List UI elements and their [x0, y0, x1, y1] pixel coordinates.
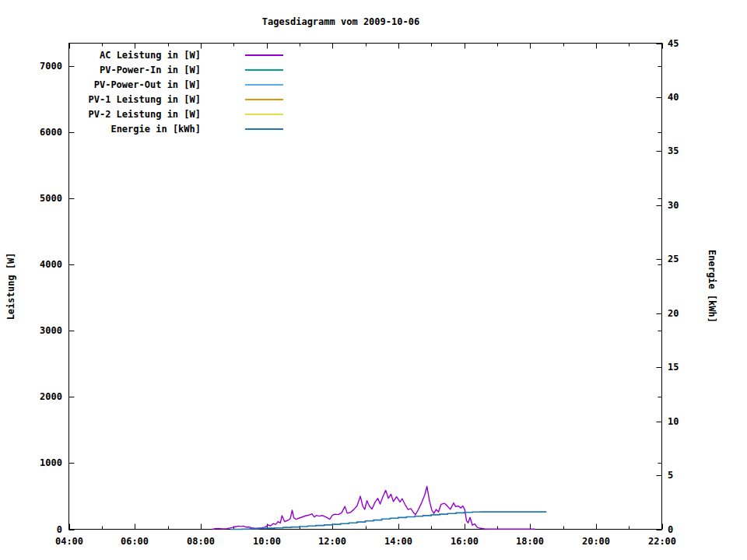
legend-label: PV-Power-Out in [W]	[0, 79, 201, 90]
axis-tick-label: 08:00	[183, 536, 219, 547]
axis-tick-label: 10:00	[249, 536, 285, 547]
legend-label: AC Leistung in [W]	[0, 50, 201, 61]
axis-tick-label: 4000	[26, 259, 62, 270]
legend-label: PV-2 Leistung in [W]	[0, 109, 201, 120]
axis-tick-label: 15	[668, 362, 703, 373]
axis-tick-label: 0	[668, 524, 703, 535]
right-axis-label: Energie [kWh]	[707, 228, 717, 345]
axis-tick-label: 2000	[26, 391, 62, 402]
left-axis-label: Leistung [W]	[5, 228, 16, 345]
axis-tick-label: 04:00	[51, 536, 87, 547]
chart-canvas: Tagesdiagramm vom 2009-10-06 Leistung [W…	[0, 0, 747, 560]
legend-label: PV-1 Leistung in [W]	[0, 94, 201, 105]
axis-tick-label: 22:00	[644, 536, 680, 547]
axis-tick-label: 10	[668, 416, 703, 427]
legend-line-sample	[245, 69, 283, 71]
axis-tick-label: 35	[668, 145, 703, 156]
axis-tick-label: 45	[668, 38, 703, 49]
legend-line-sample	[245, 99, 283, 100]
chart-title: Tagesdiagramm vom 2009-10-06	[68, 16, 613, 27]
axis-tick-label: 14:00	[381, 536, 416, 547]
axis-tick-label: 12:00	[314, 536, 350, 547]
axis-tick-label: 06:00	[117, 536, 153, 547]
axis-tick-label: 1000	[26, 457, 62, 468]
axis-tick-label: 5000	[26, 193, 62, 204]
axis-tick-label: 0	[26, 524, 62, 535]
axis-tick-label: 3000	[26, 325, 62, 336]
legend-line-sample	[245, 128, 283, 130]
axis-tick-label: 20	[668, 308, 703, 319]
axis-tick-label: 20:00	[578, 536, 614, 547]
legend-line-sample	[245, 54, 283, 56]
axis-tick-label: 7000	[26, 61, 62, 72]
legend-line-sample	[245, 84, 283, 86]
legend-line-sample	[245, 114, 283, 115]
axis-tick-label: 25	[668, 254, 703, 264]
axis-tick-label: 40	[668, 92, 703, 103]
axis-tick-label: 30	[668, 200, 703, 211]
axis-tick-label: 18:00	[512, 536, 548, 547]
axis-tick-label: 16:00	[447, 536, 482, 547]
axis-tick-label: 5	[668, 470, 703, 481]
axis-tick-label: 6000	[26, 127, 62, 138]
